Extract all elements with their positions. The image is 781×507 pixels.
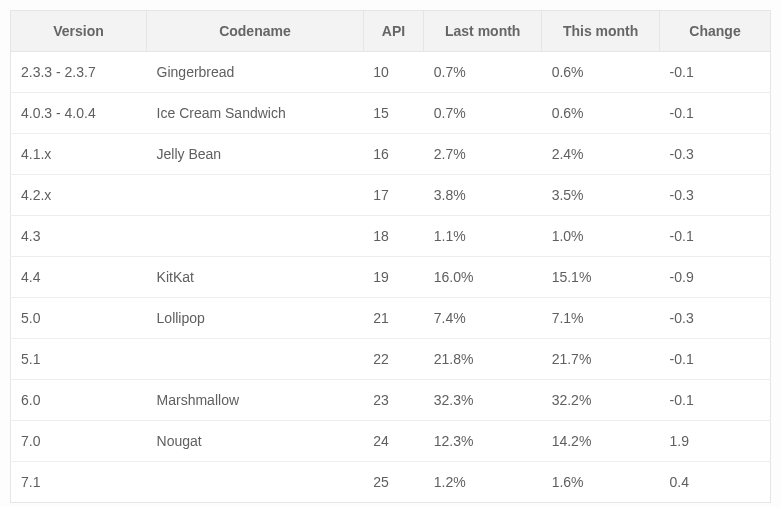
cell-this: 14.2% <box>542 421 660 462</box>
cell-this: 21.7% <box>542 339 660 380</box>
cell-change: -0.3 <box>660 298 771 339</box>
cell-codename: Gingerbread <box>147 52 364 93</box>
col-header-this: This month <box>542 11 660 52</box>
cell-api: 21 <box>363 298 423 339</box>
cell-this: 0.6% <box>542 52 660 93</box>
cell-api: 15 <box>363 93 423 134</box>
cell-last: 12.3% <box>424 421 542 462</box>
cell-version: 4.4 <box>11 257 147 298</box>
cell-version: 6.0 <box>11 380 147 421</box>
table-row: 4.3 18 1.1% 1.0% -0.1 <box>11 216 771 257</box>
table-body: 2.3.3 - 2.3.7 Gingerbread 10 0.7% 0.6% -… <box>11 52 771 503</box>
cell-api: 10 <box>363 52 423 93</box>
cell-version: 4.0.3 - 4.0.4 <box>11 93 147 134</box>
cell-version: 4.3 <box>11 216 147 257</box>
cell-last: 2.7% <box>424 134 542 175</box>
cell-version: 7.0 <box>11 421 147 462</box>
cell-change: 0.4 <box>660 462 771 503</box>
cell-codename <box>147 175 364 216</box>
cell-last: 7.4% <box>424 298 542 339</box>
cell-version: 2.3.3 - 2.3.7 <box>11 52 147 93</box>
cell-change: -0.1 <box>660 93 771 134</box>
cell-this: 2.4% <box>542 134 660 175</box>
cell-last: 1.2% <box>424 462 542 503</box>
cell-version: 4.1.x <box>11 134 147 175</box>
cell-last: 0.7% <box>424 52 542 93</box>
cell-codename: Jelly Bean <box>147 134 364 175</box>
cell-api: 23 <box>363 380 423 421</box>
cell-codename: Marshmallow <box>147 380 364 421</box>
cell-api: 19 <box>363 257 423 298</box>
cell-codename <box>147 462 364 503</box>
table-row: 4.1.x Jelly Bean 16 2.7% 2.4% -0.3 <box>11 134 771 175</box>
cell-api: 17 <box>363 175 423 216</box>
cell-change: 1.9 <box>660 421 771 462</box>
table-row: 7.0 Nougat 24 12.3% 14.2% 1.9 <box>11 421 771 462</box>
col-header-change: Change <box>660 11 771 52</box>
table-row: 6.0 Marshmallow 23 32.3% 32.2% -0.1 <box>11 380 771 421</box>
cell-codename: Nougat <box>147 421 364 462</box>
cell-codename <box>147 216 364 257</box>
cell-this: 1.6% <box>542 462 660 503</box>
cell-this: 0.6% <box>542 93 660 134</box>
cell-api: 25 <box>363 462 423 503</box>
cell-version: 5.0 <box>11 298 147 339</box>
cell-change: -0.1 <box>660 216 771 257</box>
table-row: 7.1 25 1.2% 1.6% 0.4 <box>11 462 771 503</box>
cell-last: 32.3% <box>424 380 542 421</box>
table-row: 2.3.3 - 2.3.7 Gingerbread 10 0.7% 0.6% -… <box>11 52 771 93</box>
cell-change: -0.9 <box>660 257 771 298</box>
cell-this: 15.1% <box>542 257 660 298</box>
table-row: 4.4 KitKat 19 16.0% 15.1% -0.9 <box>11 257 771 298</box>
cell-codename: KitKat <box>147 257 364 298</box>
cell-change: -0.1 <box>660 380 771 421</box>
table-row: 5.0 Lollipop 21 7.4% 7.1% -0.3 <box>11 298 771 339</box>
col-header-version: Version <box>11 11 147 52</box>
cell-last: 3.8% <box>424 175 542 216</box>
col-header-last: Last month <box>424 11 542 52</box>
col-header-codename: Codename <box>147 11 364 52</box>
cell-last: 16.0% <box>424 257 542 298</box>
cell-codename: Ice Cream Sandwich <box>147 93 364 134</box>
cell-this: 7.1% <box>542 298 660 339</box>
cell-last: 1.1% <box>424 216 542 257</box>
cell-change: -0.1 <box>660 339 771 380</box>
cell-codename <box>147 339 364 380</box>
cell-change: -0.1 <box>660 52 771 93</box>
cell-api: 22 <box>363 339 423 380</box>
cell-this: 32.2% <box>542 380 660 421</box>
table-row: 4.0.3 - 4.0.4 Ice Cream Sandwich 15 0.7%… <box>11 93 771 134</box>
col-header-api: API <box>363 11 423 52</box>
table-row: 5.1 22 21.8% 21.7% -0.1 <box>11 339 771 380</box>
cell-change: -0.3 <box>660 134 771 175</box>
android-version-table: Version Codename API Last month This mon… <box>10 10 771 503</box>
cell-version: 7.1 <box>11 462 147 503</box>
cell-version: 4.2.x <box>11 175 147 216</box>
cell-api: 18 <box>363 216 423 257</box>
cell-change: -0.3 <box>660 175 771 216</box>
table-header-row: Version Codename API Last month This mon… <box>11 11 771 52</box>
cell-this: 3.5% <box>542 175 660 216</box>
cell-api: 24 <box>363 421 423 462</box>
cell-codename: Lollipop <box>147 298 364 339</box>
table-row: 4.2.x 17 3.8% 3.5% -0.3 <box>11 175 771 216</box>
cell-api: 16 <box>363 134 423 175</box>
cell-version: 5.1 <box>11 339 147 380</box>
cell-last: 0.7% <box>424 93 542 134</box>
cell-last: 21.8% <box>424 339 542 380</box>
cell-this: 1.0% <box>542 216 660 257</box>
